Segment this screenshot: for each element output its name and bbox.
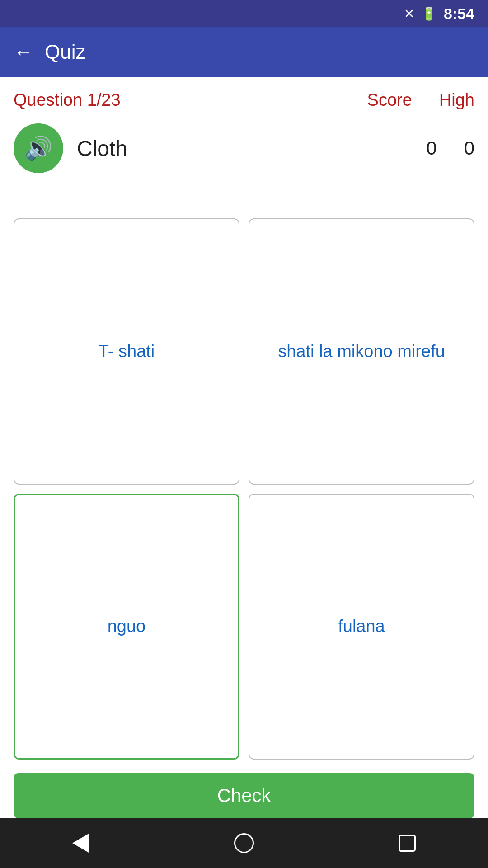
high-label: High: [439, 90, 474, 110]
battery-icon: 🔋: [421, 6, 437, 21]
signal-icon: ✕: [404, 6, 414, 21]
speaker-button[interactable]: 🔊: [14, 123, 63, 173]
word-row: 🔊 Cloth 0 0: [14, 123, 474, 173]
app-bar: ← Quiz: [0, 27, 488, 77]
status-icons: ✕ 🔋 8:54: [404, 5, 474, 23]
answer-card[interactable]: shati la mikono mirefu: [249, 218, 474, 485]
status-bar: ✕ 🔋 8:54: [0, 0, 488, 27]
question-label: Question 1/23: [14, 90, 121, 110]
main-content: Question 1/23 Score High 🔊 Cloth 0 0 T- …: [0, 77, 488, 818]
status-time: 8:54: [444, 5, 474, 23]
nav-back-icon[interactable]: [72, 833, 89, 853]
app-title: Quiz: [45, 41, 85, 63]
word-left: 🔊 Cloth: [14, 123, 127, 173]
nav-recents-icon[interactable]: [399, 835, 416, 852]
answer-text: nguo: [99, 608, 155, 645]
answer-card[interactable]: T- shati: [14, 218, 239, 485]
header-row: Question 1/23 Score High: [14, 90, 474, 110]
score-value: 0: [426, 137, 436, 159]
score-values: 0 0: [426, 137, 474, 159]
answers-grid: T- shatishati la mikono mirefunguofulana: [14, 218, 474, 760]
speaker-icon: 🔊: [24, 135, 52, 161]
nav-bar: [0, 818, 488, 868]
word-text: Cloth: [77, 136, 127, 161]
answer-card[interactable]: nguo: [14, 494, 239, 760]
answer-text: shati la mikono mirefu: [269, 333, 454, 370]
answer-card[interactable]: fulana: [249, 494, 474, 760]
high-value: 0: [464, 137, 474, 159]
answer-text: fulana: [329, 608, 394, 645]
score-label: Score: [367, 90, 412, 110]
check-button[interactable]: Check: [14, 773, 474, 818]
nav-home-icon[interactable]: [234, 833, 254, 853]
answer-text: T- shati: [89, 333, 164, 370]
back-button[interactable]: ←: [14, 41, 33, 63]
score-section: Score High: [367, 90, 474, 110]
